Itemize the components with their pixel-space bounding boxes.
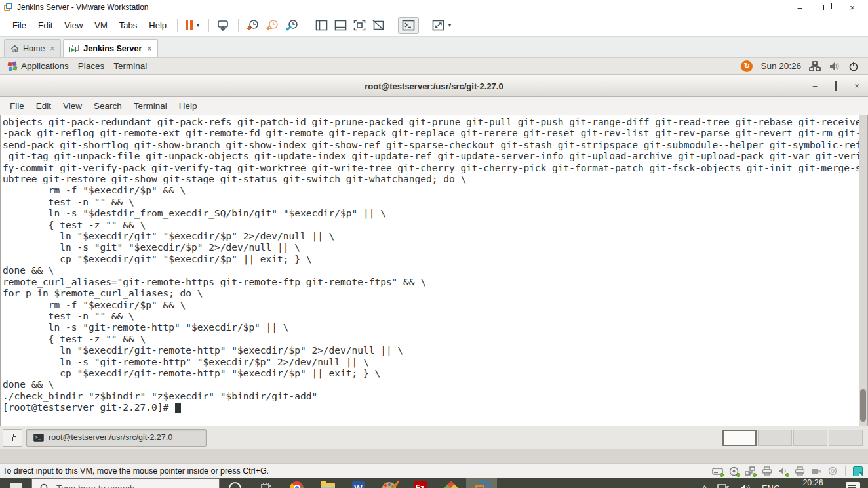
terminal-prompt: [root@testserver git-2.27.0]# (3, 402, 174, 413)
workspace-2[interactable] (758, 430, 792, 446)
status-separator (845, 466, 846, 476)
tray-clock[interactable]: 20:26 12-07-2020 (787, 478, 839, 488)
tab-home[interactable]: Home × (4, 39, 61, 57)
minimize-button[interactable]: – (787, 1, 813, 14)
terminal-scrollbar[interactable] (859, 115, 867, 426)
unity-mode-icon (372, 20, 385, 31)
start-button[interactable] (0, 478, 31, 488)
revert-snapshot-icon (266, 19, 279, 31)
terminal-menu-view[interactable]: View (57, 99, 88, 113)
enter-full-screen-button[interactable] (350, 17, 369, 34)
terminal-titlebar[interactable]: root@testserver:/usr/src/git-2.27.0 – × (0, 75, 868, 97)
tab-close-icon[interactable]: × (147, 44, 151, 53)
terminal-menubar: File Edit View Search Terminal Help (0, 97, 868, 115)
word-button[interactable]: W (343, 478, 374, 488)
tray-network-icon[interactable] (713, 478, 734, 488)
vm-guest-screen: Applications Places Terminal ↻ Sun 20:26… (0, 58, 868, 463)
terminal-menu-file[interactable]: File (4, 99, 30, 113)
volume-icon[interactable] (829, 61, 840, 71)
places-menu[interactable]: Places (77, 58, 113, 74)
guest-clock[interactable]: Sun 20:26 (760, 61, 801, 71)
system-tray: ^ ENG 20:26 12-07-2020 4 (699, 478, 868, 488)
tab-close-icon[interactable]: × (50, 44, 54, 53)
language-indicator[interactable]: ENG (758, 478, 784, 488)
tab-jenkins-server[interactable]: Jenkins Server × (63, 39, 158, 57)
search-box[interactable]: Type here to search (31, 478, 220, 488)
tray-time: 20:26 (792, 478, 834, 488)
virtual-printer-icon[interactable] (794, 466, 805, 476)
action-center-button[interactable]: 4 (842, 478, 864, 488)
hard-disk-icon[interactable] (712, 466, 723, 476)
send-ctrl-alt-del-button[interactable] (214, 17, 233, 34)
toolbar-separator (393, 19, 393, 32)
unity-mode-button[interactable] (369, 17, 388, 34)
applications-menu[interactable]: Applications (7, 58, 77, 74)
diamond-app-button[interactable] (435, 478, 466, 488)
full-screen-icon (353, 20, 366, 31)
menu-edit[interactable]: Edit (32, 18, 58, 33)
terminal-menu-edit[interactable]: Edit (30, 99, 57, 113)
message-log-icon[interactable] (853, 466, 863, 476)
manage-snapshots-button[interactable] (283, 17, 302, 34)
connected-dot (736, 473, 740, 477)
terminal-menu-terminal[interactable]: Terminal (128, 99, 173, 113)
menu-file[interactable]: File (7, 18, 32, 33)
take-snapshot-button[interactable] (243, 17, 263, 34)
cortana-icon (229, 482, 241, 488)
scrollbar-thumb[interactable] (860, 389, 866, 422)
usb-device-icon[interactable] (810, 466, 821, 476)
terminal-output-area[interactable]: objects git-pack-redundant git-pack-refs… (0, 115, 868, 426)
menu-help[interactable]: Help (143, 18, 172, 33)
terminal-close-button[interactable]: × (852, 81, 861, 91)
gnome-top-panel: Applications Places Terminal ↻ Sun 20:26 (0, 58, 868, 75)
network-icon[interactable] (809, 61, 821, 71)
free-stretch-button[interactable]: ▼ (429, 17, 456, 34)
workspace-3[interactable] (793, 430, 827, 446)
terminal-prompt-line: [root@testserver git-2.27.0]# (1, 402, 867, 413)
power-icon[interactable] (848, 61, 859, 71)
close-button[interactable]: × (839, 1, 865, 14)
search-icon (40, 483, 50, 488)
terminal-menu-search[interactable]: Search (88, 99, 128, 113)
menu-vm[interactable]: VM (89, 18, 113, 33)
sound-icon[interactable] (778, 466, 789, 476)
terminal-menu[interactable]: Terminal (112, 58, 155, 74)
tray-chevron-up[interactable]: ^ (699, 478, 711, 488)
show-desktop-button[interactable] (3, 429, 22, 447)
home-icon (10, 45, 19, 52)
tray-volume-icon[interactable] (736, 478, 755, 488)
chrome-button[interactable] (281, 478, 312, 488)
console-view-button[interactable] (398, 17, 419, 34)
terminal-maximize-button[interactable] (831, 81, 840, 91)
workspace-4[interactable] (829, 430, 863, 446)
window-title: Jenkins Server - VMware Workstation (17, 3, 149, 12)
terminal-output: objects git-pack-redundant git-pack-refs… (1, 115, 867, 402)
terminal-minimize-button[interactable]: – (810, 81, 819, 91)
menu-tabs[interactable]: Tabs (113, 18, 143, 33)
show-thumbnail-bar-button[interactable] (331, 17, 350, 34)
restore-button[interactable] (813, 1, 839, 14)
task-view-icon (260, 483, 272, 488)
software-update-icon[interactable]: ↻ (741, 60, 753, 72)
revert-snapshot-button[interactable] (263, 17, 283, 34)
show-library-button[interactable] (312, 17, 331, 34)
printer-icon[interactable] (761, 466, 772, 476)
task-view-button[interactable] (250, 478, 281, 488)
terminal-menu-help[interactable]: Help (173, 99, 203, 113)
filezilla-button[interactable]: Fz (404, 478, 435, 488)
file-explorer-button[interactable] (312, 478, 343, 488)
webcam-icon[interactable] (827, 466, 838, 476)
network-adapter-icon[interactable] (745, 466, 756, 476)
menu-view[interactable]: View (58, 18, 89, 33)
connected-dot (720, 473, 724, 477)
terminal-task-button[interactable]: >_ root@testserver:/usr/src/git-2.27.0 (26, 429, 207, 447)
cortana-button[interactable] (220, 478, 250, 488)
pause-vm-button[interactable]: ▼ (182, 17, 204, 34)
search-placeholder: Type here to search (56, 483, 134, 488)
workspace-1[interactable] (722, 430, 757, 446)
cd-dvd-icon[interactable] (728, 466, 740, 476)
paint-palette-button[interactable] (374, 478, 404, 488)
vmware-workstation-button[interactable] (466, 478, 497, 488)
toolbar-separator (238, 19, 239, 32)
vm-console-icon (69, 45, 79, 53)
